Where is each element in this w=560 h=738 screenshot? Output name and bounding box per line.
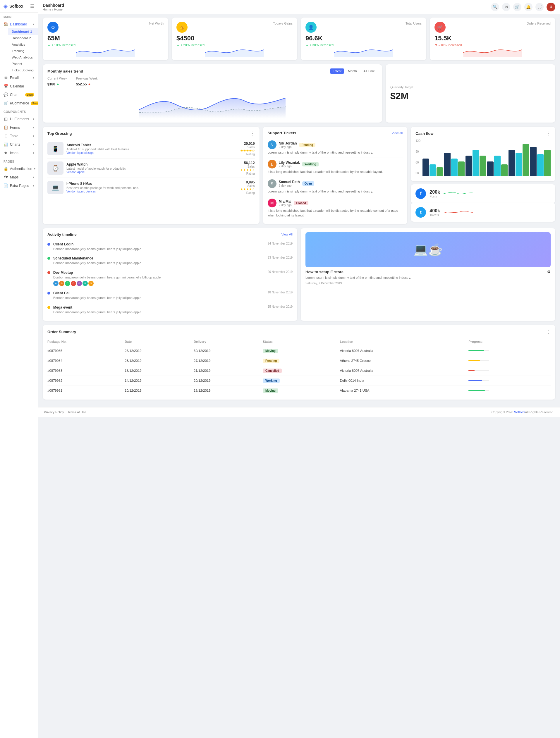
main-content: Dashboard Home / Home 🔍 ✉ 🛒 🔔 ⛶ U ⚙ Net … (38, 0, 560, 738)
progress-wrap-3 (469, 380, 489, 381)
sidebar-item-forms[interactable]: 📋 Forms ▾ (0, 123, 38, 132)
blog-card: 💻☕ How to setup E-store ⚙ Lorem Ipsum is… (301, 228, 555, 321)
sidebar-sub-item-dashboard1[interactable]: Dashboard 1 (8, 28, 38, 35)
notification-icon[interactable]: 🔔 (524, 3, 533, 11)
cashflow-card: Cash flow ⋮ 120906030 (411, 127, 555, 181)
stat-wave-2 (305, 47, 422, 57)
sidebar-item-authentication[interactable]: 🔒 Authentication ▾ (0, 164, 38, 173)
location-cell-4: Alabama 2741 USA (340, 386, 469, 395)
sidebar-nav: Main 🏠 Dashboard ▾ Dashboard 1Dashboard … (0, 13, 38, 190)
progress-cell-0 (469, 346, 551, 356)
activity-date-1: 23 November 2019 (268, 256, 293, 259)
calendar-icon: 📅 (4, 84, 8, 88)
date-cell-4: 10/12/2019 (124, 386, 194, 395)
activity-view-all[interactable]: View All (281, 233, 293, 236)
sidebar-item-chat[interactable]: 💬 Chat Soon (0, 90, 38, 99)
mail-icon[interactable]: ✉ (502, 3, 510, 11)
previous-week-value: $52.55 ● (76, 81, 98, 87)
order-more-icon[interactable]: ⋮ (546, 329, 551, 335)
activity-content-2: Dev Meetup 20 November 2019 Bonbon macar… (53, 270, 293, 286)
top-grossing-more-icon[interactable]: ⋮ (250, 131, 255, 136)
tab-latest[interactable]: Latest (330, 68, 344, 74)
cart-icon[interactable]: 🛒 (513, 3, 521, 11)
mini-avatar-0: A (53, 281, 58, 286)
sidebar-item-extrapages[interactable]: 📄 Extra Pages ▾ (0, 181, 38, 190)
logo-icon: ◈ (4, 3, 8, 9)
products-list: 📱 Android Tablet Android 10 supported ta… (47, 139, 255, 197)
footer-link-0[interactable]: Privacy Policy (44, 410, 64, 414)
product-item-0: 📱 Android Tablet Android 10 supported ta… (47, 139, 255, 158)
social-chart-0 (444, 188, 473, 200)
sidebar-toggle-icon[interactable]: ☰ (30, 4, 34, 9)
status-badge-4: Moving (263, 388, 278, 393)
activity-event-title-4: Mega event (53, 305, 72, 310)
product-sales-val-2: 9,895 (240, 180, 255, 184)
view-all-link[interactable]: View all (392, 131, 403, 135)
mini-avatar-4: E (77, 281, 82, 286)
sidebar-item-ecommerce[interactable]: 🛒 eCommerce Soon (0, 99, 38, 107)
stat-card-3: 🛒 Orders Received 15.5K ▼ - 10% increase… (430, 18, 555, 60)
sidebar-item-email[interactable]: ✉ Email ▾ (0, 73, 38, 82)
sidebar-item-charts[interactable]: 📊 Charts ▾ (0, 140, 38, 148)
product-sales-val-0: 20,019 (240, 141, 255, 146)
tab-alltime[interactable]: All Time (361, 68, 377, 74)
bar-group-3 (487, 155, 508, 176)
status-cell-2: Cancelled (263, 366, 340, 376)
sidebar-item-icons[interactable]: ★ Icons ▾ (0, 148, 38, 157)
bar-group-1 (444, 153, 465, 176)
bar-green-1 (458, 161, 465, 176)
cashflow-title: Cash flow (415, 131, 433, 136)
date-cell-2: 18/12/2019 (124, 366, 194, 376)
sidebar-sub-item-analytics[interactable]: Analytics (8, 41, 38, 48)
sidebar-sub-item-webanalytics[interactable]: Web Analytics (8, 54, 38, 60)
location-cell-1: Athens 2745 Greece (340, 356, 469, 366)
blog-title: How to setup E-store ⚙ (305, 270, 551, 274)
authentication-icon: 🔒 (4, 166, 8, 171)
sidebar-item-dashboard[interactable]: 🏠 Dashboard ▾ (0, 20, 38, 28)
ticket-name-2: Samuel Path (279, 180, 300, 184)
tab-month[interactable]: Month (345, 68, 359, 74)
pkg-cell-1: #0879984 (47, 356, 124, 366)
expand-icon[interactable]: ⛶ (535, 3, 544, 11)
table-col-5: Progress (469, 338, 551, 346)
activity-event-title-1: Scheduled Maintenance (53, 256, 93, 260)
ticket-text-2: Lorem ipsum is simply dummy text of the … (268, 189, 403, 194)
blog-settings-icon[interactable]: ⚙ (547, 270, 551, 274)
product-name-2: I-Phone 8 i-Mac (66, 181, 237, 186)
footer-link-1[interactable]: Terms of Use (67, 410, 86, 414)
product-sales-label-2: Sales (240, 184, 255, 188)
stat-card-header-0: ⚙ Net Worth (47, 22, 164, 33)
activity-header: Activity timeline View All (47, 232, 293, 237)
cashflow-more-icon[interactable]: ⋮ (546, 131, 551, 136)
sidebar-item-calendar[interactable]: 📅 Calendar (0, 82, 38, 90)
activity-blog-row: Activity timeline View All Client Login … (43, 228, 555, 321)
bar-dark-blue-4 (509, 150, 515, 176)
social-label-1: Tweets (430, 214, 440, 217)
sidebar-section-label: Components (0, 107, 38, 115)
status-badge-0: Moving (263, 349, 278, 353)
sidebar-sub-item-patient[interactable]: Patient (8, 60, 38, 67)
quarterly-label: Quarterly Target (390, 85, 551, 89)
progress-bar-3 (469, 380, 482, 381)
sidebar-item-table[interactable]: ⊞ Table ▾ (0, 132, 38, 140)
progress-bar-1 (469, 360, 480, 361)
support-tickets-title: Support Tickets (268, 131, 296, 135)
sidebar-sub-item-dashboard2[interactable]: Dashboard 2 (8, 35, 38, 41)
sidebar-item-maps[interactable]: 🗺 Maps ▾ (0, 173, 38, 181)
ticket-date-2: 2 day ago (279, 184, 300, 187)
sidebar-item-uielements[interactable]: ◫ UI Elements ▾ (0, 115, 38, 123)
user-avatar[interactable]: U (547, 3, 555, 11)
mini-avatar-5: F (82, 281, 88, 286)
sidebar-item-label: eCommerce (10, 101, 29, 105)
sidebar-sub-item-tracking[interactable]: Tracking (8, 48, 38, 54)
forms-icon: 📋 (4, 125, 8, 129)
product-info-0: Android Tablet Android 10 supported tabl… (66, 143, 237, 154)
ticket-header-0: N Nik Jordan 2 day ago Pending (268, 140, 403, 149)
chevron-icon: ▾ (33, 126, 34, 129)
search-icon[interactable]: 🔍 (491, 3, 499, 11)
sidebar-item-label: Maps (10, 175, 18, 179)
blog-text: Lorem Ipsum is simply dummy text of the … (305, 275, 551, 280)
bar-green-3 (501, 164, 508, 176)
quarterly-card: Quarterly Target $2M (385, 64, 555, 122)
sidebar-sub-item-ticketbooking[interactable]: Ticket Booking (8, 67, 38, 73)
